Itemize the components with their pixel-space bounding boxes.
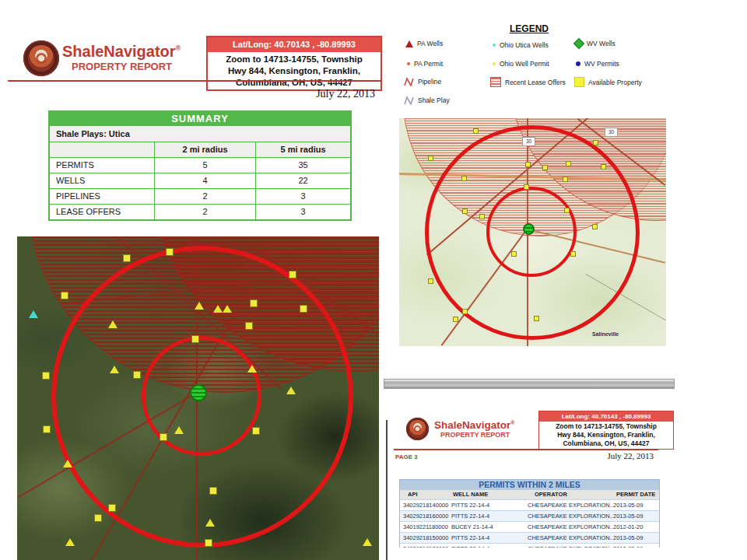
shalenavigator-logo-icon — [406, 418, 429, 440]
map-marker-sq-sm — [542, 165, 548, 170]
table-row: 34019221180000 BUCEY 21-14-4 CHESAPEAKE … — [400, 521, 659, 532]
place-label: Salineville — [592, 331, 619, 337]
shale-play-icon — [404, 96, 414, 105]
permits-table: PERMITS WITHIN 2 MILES API WELL NAME OPE… — [399, 479, 660, 548]
zoom-address: Zoom to 14713-14755, Township Hwy 844, K… — [208, 52, 381, 89]
map-marker-ctri — [29, 310, 38, 318]
map-marker-sq-sm — [461, 176, 467, 181]
brand-subtitle: PROPERTY REPORT — [72, 61, 181, 72]
legend-title: LEGEND — [510, 23, 549, 34]
recent-lease-offers-icon — [490, 77, 501, 87]
ohio-well-permit-icon — [493, 62, 496, 65]
location-box: Lat/Long: 40.70143 , -80.89993 Zoom to 1… — [206, 36, 382, 91]
map-marker-sq-sm — [428, 278, 433, 284]
map-marker-sq — [209, 487, 217, 495]
map-marker-sq-sm — [462, 208, 468, 214]
table-row: 34029218130000 PITTS 22-14-4 CHESAPEAKE … — [400, 543, 659, 548]
map-marker-sq-sm — [593, 140, 598, 145]
map-marker-tri — [363, 538, 372, 546]
legend-item-wv-wells: WV Wells — [575, 40, 615, 47]
report-slide: ShaleNavigator® PROPERTY REPORT Lat/Long… — [0, 0, 747, 560]
map-marker-tri — [110, 366, 119, 373]
map-marker-sq — [191, 335, 199, 343]
summary-title: SUMMARY — [50, 112, 350, 126]
summary-table: SUMMARY Shale Plays: Utica 2 mi radius 5… — [48, 110, 352, 221]
ohio-utica-wells-icon — [493, 44, 496, 47]
table-row: PERMITS 5 35 — [50, 157, 350, 173]
map-marker-sq-sm — [453, 317, 458, 322]
brand-title: ShaleNavigator® — [434, 419, 514, 431]
latlong-bar: Lat/Long: 40.70143 , -80.89993 — [208, 37, 381, 52]
map-marker-sq — [123, 254, 131, 262]
pa-wells-icon — [405, 40, 413, 47]
zoom-address: Zoom to 14713-14755, Township Hwy 844, K… — [539, 422, 673, 449]
legend-item-pipeline: Pipeline — [404, 77, 441, 86]
brand-subtitle: PROPERTY REPORT — [440, 431, 514, 439]
map-marker-sq — [108, 504, 116, 512]
map-marker-sq-sm — [566, 161, 571, 166]
legend-item-pa-permit: PA Permit — [407, 60, 443, 68]
table-row: 34029218160000 PITTS 22-14-4 CHESAPEAKE … — [400, 510, 659, 521]
legend-item-ohio-utica-wells: Ohio Utica Wells — [493, 41, 549, 49]
registered-mark: ® — [176, 44, 181, 52]
map-marker-sq — [61, 292, 68, 299]
map-marker-sq — [133, 371, 141, 379]
wv-permits-icon — [576, 61, 580, 66]
map-marker-tri — [213, 305, 223, 313]
legend-item-available-property: Available Property — [574, 77, 642, 87]
permits-col-headers: API WELL NAME OPERATOR PERMIT DATE — [400, 490, 659, 499]
horizontal-scrollbar[interactable] — [384, 379, 675, 389]
map-marker-sq-sm — [564, 208, 570, 213]
summary-col-headers: 2 mi radius 5 mi radius — [50, 142, 350, 157]
table-row: 34029218140000 PITTS 22-14-4 CHESAPEAKE … — [400, 499, 659, 510]
map-marker-tri — [195, 302, 204, 310]
legend-item-recent-lease-offers: Recent Lease Offers — [490, 77, 566, 87]
map-marker-sq — [289, 271, 296, 278]
table-row: LEASE OFFERS 2 3 — [50, 204, 350, 219]
map-marker-sq — [250, 299, 258, 307]
available-property-icon — [574, 77, 584, 87]
report-date-page3: July 22, 2013 — [576, 451, 654, 460]
brand-block-page3: ShaleNavigator® PROPERTY REPORT — [434, 419, 514, 439]
map-marker-sq-sm — [525, 162, 531, 167]
map-marker-sq — [300, 305, 307, 313]
map-marker-sq — [43, 425, 51, 433]
map-marker-sq — [252, 427, 260, 435]
map-marker-sq-sm — [592, 224, 598, 229]
map-marker-sq-sm — [473, 128, 479, 134]
col-2mi: 2 mi radius — [154, 142, 255, 157]
map-marker-sq-sm — [534, 316, 539, 321]
pa-permit-icon — [407, 62, 410, 65]
permits-table-clip: PERMITS WITHIN 2 MILES API WELL NAME OPE… — [399, 479, 660, 548]
zoom-line2: Hwy 844, Kensington, Franklin, — [209, 65, 379, 77]
brand-title: ShaleNavigator® — [62, 43, 181, 61]
latlong-value: 40.70143 , -80.89993 — [274, 40, 356, 49]
map-marker-sq-sm — [428, 156, 433, 161]
table-row: 34029218150000 PITTS 22-14-4 CHESAPEAKE … — [400, 532, 659, 543]
report-date: July 22, 2013 — [257, 88, 375, 100]
brand-block: ShaleNavigator® PROPERTY REPORT — [62, 43, 181, 72]
map-marker-sq-sm — [462, 309, 468, 314]
summary-subtitle: Shale Plays: Utica — [50, 126, 350, 142]
legend-item-shale-play: Shale Play — [404, 96, 450, 105]
map-marker-tri — [286, 387, 296, 394]
map-marker-sq — [160, 433, 167, 441]
shalenavigator-logo-icon — [23, 40, 59, 76]
map-marker-sq-sm — [524, 184, 529, 190]
legend-item-pa-wells: PA Wells — [405, 40, 443, 47]
property-center-dot — [523, 223, 535, 235]
map-marker-tri — [247, 365, 257, 373]
header-rule-page3 — [394, 449, 658, 450]
route-shield: 30 — [605, 128, 618, 137]
page-edge-line — [386, 420, 388, 560]
permits-table-title: PERMITS WITHIN 2 MILES — [400, 480, 659, 490]
pipeline-icon — [404, 77, 414, 86]
zoom-line3: Columbiana, OH, US, 44427 — [209, 77, 379, 89]
map-marker-sq — [42, 372, 50, 380]
map-marker-tri — [108, 320, 117, 328]
map-marker-sq — [205, 539, 212, 547]
latlong-label: Lat/Long: — [233, 40, 272, 49]
map-marker-tri — [65, 538, 75, 546]
latlong-bar: Lat/Long: 40.70143 , -80.89993 — [539, 411, 673, 422]
map-marker-sq — [245, 322, 253, 330]
